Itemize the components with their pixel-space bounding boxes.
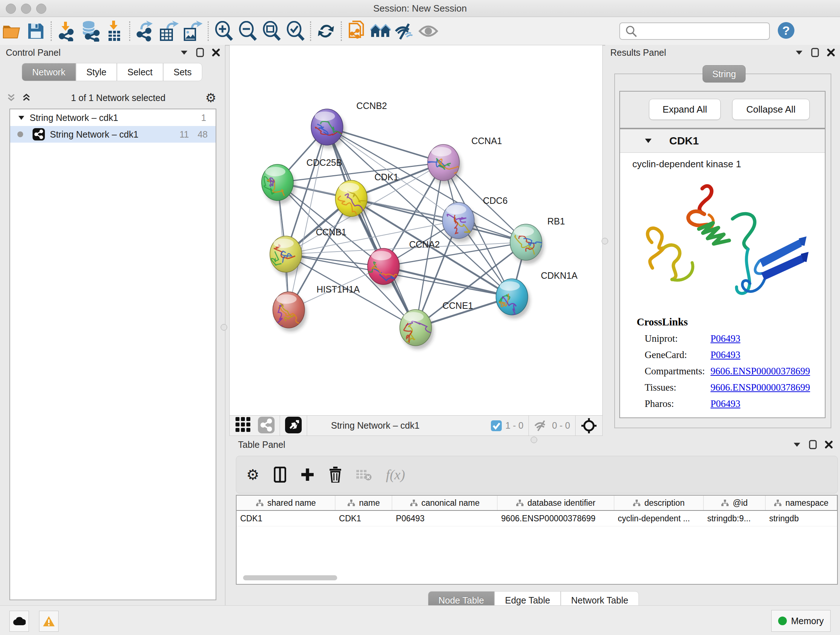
node-CDKN1A[interactable]: CDKN1A (496, 271, 578, 318)
vertical-splitter-grip[interactable] (221, 324, 227, 331)
cell-database-identifier[interactable]: 9606.ENSP00000378699 (497, 511, 614, 526)
float-panel-icon[interactable] (809, 440, 817, 449)
column-header--id[interactable]: @id (704, 496, 766, 510)
column-header-database-identifier[interactable]: database identifier (497, 496, 614, 510)
zoom-selected-button[interactable] (283, 19, 307, 43)
crosslink-pharos-link[interactable]: P06493 (711, 398, 741, 409)
export-network-button[interactable] (133, 19, 157, 43)
open-session-button[interactable] (0, 19, 24, 43)
birdseye-view-button[interactable] (285, 417, 302, 435)
tree-expander-icon[interactable] (18, 116, 25, 120)
horizontal-splitter-grip[interactable] (531, 437, 537, 443)
refresh-layout-button[interactable] (314, 19, 338, 43)
column-header-description[interactable]: description (614, 496, 704, 510)
table-row[interactable]: CDK1CDK1P064939606.ENSP00000378699cyclin… (237, 511, 837, 526)
gene-expander-icon[interactable] (645, 138, 652, 143)
column-header-namespace[interactable]: namespace (766, 496, 837, 510)
close-panel-icon[interactable] (827, 49, 835, 57)
show-columns-icon[interactable] (274, 467, 286, 483)
tab-select[interactable]: Select (117, 63, 163, 81)
node-HIST1H1A[interactable]: HIST1H1A (273, 284, 360, 332)
selected-checkbox-icon[interactable] (491, 420, 502, 431)
cell-namespace[interactable]: stringdb (766, 511, 837, 526)
zoom-out-button[interactable] (235, 19, 259, 43)
export-table-button[interactable] (157, 19, 181, 43)
node-RB1[interactable]: RB1 (510, 216, 565, 264)
tab-sets[interactable]: Sets (163, 63, 202, 81)
close-panel-icon[interactable] (825, 440, 833, 448)
network-overview-toggle-button[interactable] (258, 417, 275, 435)
gene-card-cdk1: CDK1 cyclin-dependent kinase 1 (619, 128, 826, 418)
hide-glasses-button[interactable] (393, 19, 416, 43)
collapse-panel-icon[interactable] (793, 442, 801, 447)
table-settings-gear-icon[interactable]: ⚙ (246, 466, 259, 483)
tab-network[interactable]: Network (22, 63, 76, 81)
add-column-icon[interactable] (301, 468, 314, 481)
crosslink-compartments-link[interactable]: 9606.ENSP00000378699 (711, 366, 810, 377)
float-panel-icon[interactable] (811, 48, 819, 57)
network-options-gear-icon[interactable]: ⚙ (205, 90, 216, 105)
zoom-in-button[interactable] (212, 19, 235, 43)
tab-string-results[interactable]: String (703, 65, 745, 82)
collapse-all-button[interactable]: Collapse All (732, 99, 810, 120)
show-eye-button[interactable] (416, 19, 440, 43)
search-box[interactable] (619, 22, 770, 40)
column-type-icon (410, 499, 418, 507)
vertical-splitter-grip[interactable] (602, 238, 608, 244)
gene-card-header[interactable]: CDK1 (620, 129, 825, 153)
collapse-panel-icon[interactable] (795, 50, 803, 55)
eye-slash-icon (396, 24, 412, 39)
crosslink-genecard-link[interactable]: P06493 (711, 349, 741, 361)
cell--id[interactable]: stringdb:9... (704, 511, 766, 526)
horizontal-scrollbar-thumb[interactable] (243, 575, 337, 580)
save-session-button[interactable] (24, 19, 48, 43)
string-home-button[interactable] (369, 19, 393, 43)
network-row-selected[interactable]: String Network – cdk1 11 48 (10, 126, 216, 143)
export-image-button[interactable] (181, 19, 205, 43)
collapse-all-chevron-icon[interactable] (22, 93, 31, 103)
zoom-fit-button[interactable] (259, 19, 283, 43)
expand-all-button[interactable]: Expand All (649, 99, 721, 120)
network-collection-row[interactable]: String Network – cdk1 1 (10, 109, 216, 126)
column-type-icon (256, 499, 264, 507)
cell-canonical-name[interactable]: P06493 (392, 511, 497, 526)
expand-all-chevron-icon[interactable] (6, 93, 16, 103)
import-network-database-button[interactable] (79, 19, 103, 43)
export-arrow-icon (191, 21, 202, 29)
help-question-glyph: ? (783, 24, 790, 38)
cloud-status-button[interactable] (9, 611, 29, 632)
edge-CCNA2-CDKN1A[interactable] (384, 266, 512, 297)
network-canvas[interactable]: CCNB2CCNA1CDC25BCDK1CDC6RB1CCNB1CCNA2CDK… (229, 45, 603, 416)
string-network-graph[interactable]: CCNB2CCNA1CDC25BCDK1CDC6RB1CCNB1CCNA2CDK… (230, 45, 602, 415)
node-CCNA1[interactable]: CCNA1 (428, 136, 502, 184)
help-button[interactable]: ? (778, 22, 794, 39)
clone-network-button[interactable] (345, 19, 369, 43)
import-network-file-button[interactable] (55, 19, 79, 43)
warnings-button[interactable] (39, 611, 58, 632)
column-header-label: description (644, 498, 684, 508)
hidden-eye-slash-icon[interactable] (534, 420, 548, 432)
crosslink-tissues-link[interactable]: 9606.ENSP00000378699 (711, 382, 810, 393)
column-header-shared-name[interactable]: shared name (237, 496, 335, 510)
import-table-file-button[interactable] (103, 19, 126, 43)
show-grid-button[interactable] (235, 417, 251, 434)
memory-button[interactable]: Memory (771, 610, 831, 632)
tab-style[interactable]: Style (76, 63, 117, 81)
cell-shared-name[interactable]: CDK1 (237, 511, 335, 526)
node-label-CDC6: CDC6 (483, 195, 508, 206)
column-header-name[interactable]: name (335, 496, 392, 510)
crosslink-uniprot-link[interactable]: P06493 (711, 333, 741, 344)
collapse-panel-icon[interactable] (180, 50, 188, 55)
node-CDC25B[interactable]: CDC25B (262, 157, 342, 204)
float-panel-icon[interactable] (196, 48, 204, 57)
node-CCNE1[interactable]: CCNE1 (400, 301, 473, 349)
edge-HIST1H1A-CCNB2[interactable] (289, 127, 327, 310)
grid-icon (235, 417, 251, 433)
cell-description[interactable]: cyclin-dependent ... (614, 511, 704, 526)
column-header-canonical-name[interactable]: canonical name (392, 496, 497, 510)
delete-column-trash-icon[interactable] (329, 467, 342, 483)
fit-selected-crosshair-icon[interactable] (581, 417, 597, 434)
search-input[interactable] (639, 24, 769, 38)
cell-name[interactable]: CDK1 (335, 511, 392, 526)
close-panel-icon[interactable] (212, 49, 220, 57)
